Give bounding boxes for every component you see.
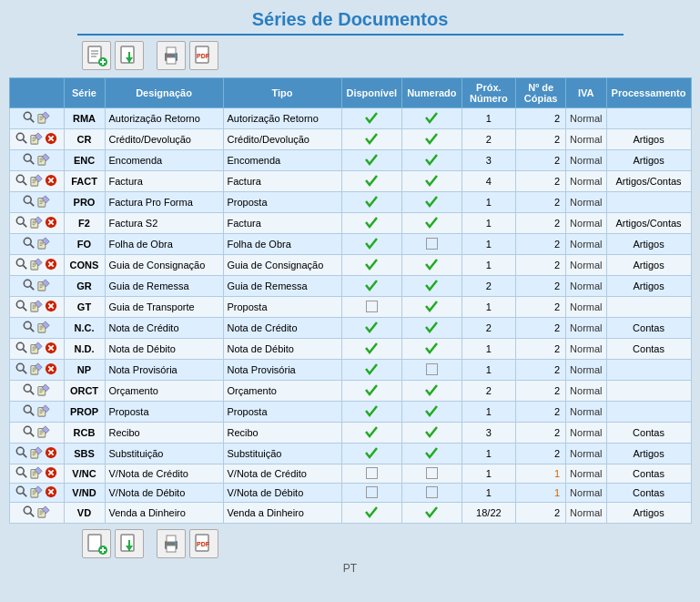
cell-serie: SBS [64,444,105,464]
edit-icon[interactable] [30,485,43,498]
search-icon[interactable] [23,111,36,124]
cell-processamento [606,381,691,402]
cell-processamento: Artigos [606,234,691,255]
cell-iva: Normal [566,444,606,464]
svg-point-13 [175,55,177,56]
edit-icon[interactable] [37,505,50,518]
cell-iva: Normal [566,192,606,213]
edit-icon[interactable] [30,216,43,229]
search-icon[interactable] [23,321,36,333]
search-icon[interactable] [23,505,36,518]
cell-prox-numero: 1 [462,339,516,360]
svg-text:PDF: PDF [197,53,210,59]
table-row: GTGuia de TransporteProposta12Normal [9,297,691,318]
table-row: ENCEncomendaEncomenda32NormalArtigos [9,150,691,171]
svg-point-23 [16,133,24,140]
cell-numerado [402,464,462,484]
cell-copias: 1 [516,464,566,484]
bottom-new-button[interactable] [82,529,111,558]
bottom-print-button[interactable] [157,529,186,558]
svg-text:PDF: PDF [197,541,210,547]
search-icon[interactable] [15,466,28,479]
cell-serie: NP [64,360,105,381]
edit-icon[interactable] [37,321,50,333]
delete-icon[interactable] [45,446,57,459]
edit-icon[interactable] [37,111,50,124]
edit-icon[interactable] [30,300,43,312]
delete-icon[interactable] [45,466,57,479]
cell-tipo: Encomenda [223,150,341,171]
svg-line-58 [23,223,26,227]
edit-icon[interactable] [30,342,43,354]
delete-icon[interactable] [45,362,57,375]
search-icon[interactable] [15,216,28,229]
cell-disponivel [341,213,402,234]
edit-icon[interactable] [37,237,50,250]
cell-serie: FACT [64,171,105,192]
svg-line-92 [23,307,26,311]
edit-icon[interactable] [30,258,43,270]
svg-point-149 [16,447,24,454]
edit-icon[interactable] [37,404,50,417]
export-button[interactable] [115,41,144,70]
cell-numerado [402,381,462,402]
search-icon[interactable] [23,153,36,166]
table-row: CRCrédito/DevoluçãoCrédito/Devolução22No… [9,129,691,150]
cell-processamento: Artigos [606,129,691,150]
edit-icon[interactable] [30,132,43,145]
pdf-button[interactable]: PDF [189,41,218,70]
cell-designacao: Nota Provisória [105,360,223,381]
table-body: RMAAutorização RetornoAutorização Retorn… [9,108,691,524]
new-button[interactable] [82,41,111,70]
row-actions [9,484,64,503]
cell-numerado [402,213,462,234]
cell-tipo: Factura [223,213,341,234]
cell-copias: 2 [516,402,566,423]
edit-icon[interactable] [37,383,50,396]
search-icon[interactable] [15,362,28,375]
edit-icon[interactable] [30,362,43,375]
svg-rect-12 [167,57,176,64]
delete-icon[interactable] [45,174,57,187]
search-icon[interactable] [23,237,36,250]
cell-numerado [402,360,462,381]
edit-icon[interactable] [37,279,50,291]
search-icon[interactable] [23,279,36,291]
edit-icon[interactable] [37,153,50,166]
edit-icon[interactable] [30,446,43,459]
bottom-pdf-button[interactable]: PDF [189,529,218,558]
delete-icon[interactable] [45,216,57,229]
search-icon[interactable] [23,383,36,396]
cell-serie: N.C. [64,318,105,339]
delete-icon[interactable] [45,258,57,270]
search-icon[interactable] [15,174,28,187]
edit-icon[interactable] [37,195,50,208]
search-icon[interactable] [23,404,36,417]
search-icon[interactable] [15,258,28,270]
search-icon[interactable] [15,342,28,354]
edit-icon[interactable] [30,466,43,479]
search-icon[interactable] [15,446,28,459]
delete-icon[interactable] [45,342,57,354]
search-icon[interactable] [23,425,36,438]
delete-icon[interactable] [45,132,57,145]
search-icon[interactable] [15,485,28,498]
search-icon[interactable] [15,300,28,312]
delete-icon[interactable] [45,485,57,498]
cell-prox-numero: 1 [462,484,516,503]
bottom-export-button[interactable] [115,529,144,558]
edit-icon[interactable] [30,174,43,187]
col-designacao: Designação [105,78,223,108]
cell-tipo: V/Nota de Crédito [223,464,341,484]
print-button[interactable] [157,41,186,70]
edit-icon[interactable] [37,425,50,438]
cell-disponivel [341,129,402,150]
search-icon[interactable] [23,195,36,208]
table-row: N.D.Nota de DébitoNota de Débito12Normal… [9,339,691,360]
search-icon[interactable] [15,132,28,145]
cell-processamento [606,192,691,213]
cell-iva: Normal [566,360,606,381]
cell-prox-numero: 1 [462,360,516,381]
delete-icon[interactable] [45,300,57,312]
svg-line-160 [23,474,26,477]
